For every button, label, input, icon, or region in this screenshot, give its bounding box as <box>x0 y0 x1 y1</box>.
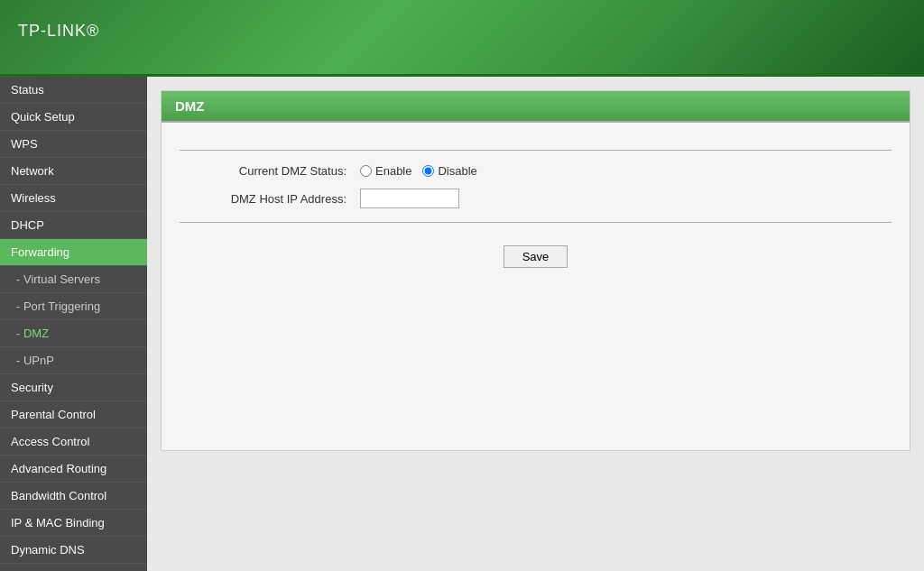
sidebar-item-dhcp[interactable]: DHCP <box>0 212 147 239</box>
sidebar-item-status[interactable]: Status <box>0 77 147 104</box>
dmz-form: Current DMZ Status: Enable Disable <box>162 121 910 295</box>
sidebar-item-security[interactable]: Security <box>0 374 147 401</box>
sidebar-item-parental-control[interactable]: Parental Control <box>0 401 147 428</box>
divider-bottom <box>180 222 892 223</box>
dmz-host-control <box>360 189 459 208</box>
sidebar: Status Quick Setup WPS Network Wireless … <box>0 77 147 571</box>
disable-radio[interactable] <box>422 165 434 177</box>
enable-label: Enable <box>375 164 411 178</box>
logo-text: TP-LINK <box>18 22 87 40</box>
main-layout: Status Quick Setup WPS Network Wireless … <box>0 77 924 571</box>
dmz-host-row: DMZ Host IP Address: <box>180 189 892 208</box>
dmz-title: DMZ <box>162 91 910 121</box>
sidebar-item-access-control[interactable]: Access Control <box>0 428 147 456</box>
sidebar-item-dynamic-dns[interactable]: Dynamic DNS <box>0 537 147 564</box>
sidebar-item-wireless[interactable]: Wireless <box>0 185 147 212</box>
sidebar-item-network[interactable]: Network <box>0 158 147 185</box>
dmz-status-row: Current DMZ Status: Enable Disable <box>180 164 892 178</box>
dmz-status-controls: Enable Disable <box>360 164 477 178</box>
save-row: Save <box>180 236 892 277</box>
logo-sup: ® <box>87 22 99 40</box>
sidebar-item-upnp[interactable]: - UPnP <box>0 347 147 374</box>
logo: TP-LINK® <box>18 21 99 54</box>
enable-radio-label[interactable]: Enable <box>360 164 411 178</box>
divider-top <box>180 150 892 151</box>
sidebar-item-ip-mac-binding[interactable]: IP & MAC Binding <box>0 510 147 537</box>
disable-label: Disable <box>438 164 476 178</box>
disable-radio-label[interactable]: Disable <box>422 164 476 178</box>
sidebar-item-virtual-servers[interactable]: - Virtual Servers <box>0 266 147 293</box>
sidebar-item-dmz[interactable]: - DMZ <box>0 320 147 347</box>
sidebar-item-forwarding[interactable]: Forwarding <box>0 239 147 266</box>
dmz-container: DMZ Current DMZ Status: Enable Disable <box>161 90 910 451</box>
sidebar-item-advanced-routing[interactable]: Advanced Routing <box>0 456 147 483</box>
sidebar-item-system-tools[interactable]: System Tools <box>0 564 147 571</box>
save-button[interactable]: Save <box>504 245 568 268</box>
header: TP-LINK® <box>0 0 924 77</box>
dmz-host-ip-input[interactable] <box>360 189 459 208</box>
sidebar-item-quick-setup[interactable]: Quick Setup <box>0 104 147 131</box>
sidebar-item-bandwidth-control[interactable]: Bandwidth Control <box>0 483 147 510</box>
sidebar-item-wps[interactable]: WPS <box>0 131 147 158</box>
content-area: DMZ Current DMZ Status: Enable Disable <box>147 77 924 571</box>
dmz-host-label: DMZ Host IP Address: <box>180 192 360 206</box>
dmz-status-label: Current DMZ Status: <box>180 164 360 178</box>
enable-radio[interactable] <box>360 165 372 177</box>
sidebar-item-port-triggering[interactable]: - Port Triggering <box>0 293 147 320</box>
